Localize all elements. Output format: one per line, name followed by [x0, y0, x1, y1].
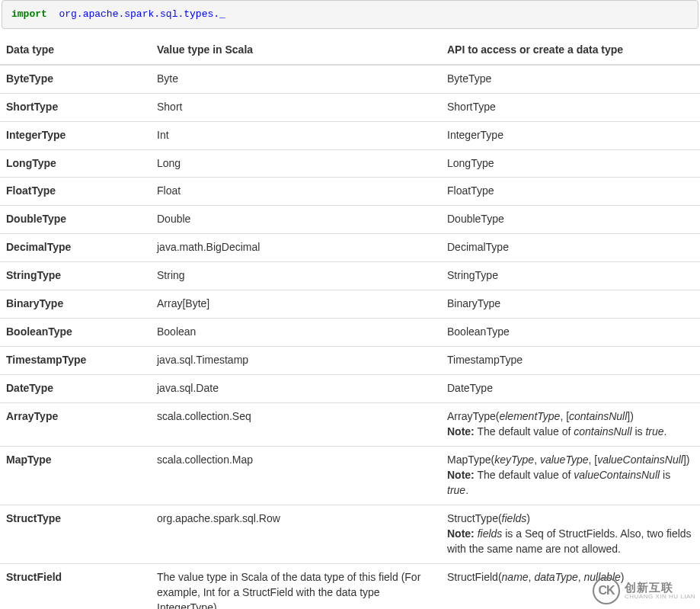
- table-header-data-type: Data type: [0, 37, 151, 65]
- cell-api: DecimalType: [441, 234, 700, 262]
- table-row: LongTypeLongLongType: [0, 149, 700, 178]
- table-row: StructTypeorg.apache.spark.sql.RowStruct…: [0, 505, 700, 564]
- cell-value-type: String: [151, 262, 441, 290]
- cell-api: ShortType: [441, 93, 700, 121]
- cell-api: TimestampType: [441, 347, 700, 375]
- cell-data-type: FloatType: [0, 178, 151, 206]
- cell-value-type: Short: [151, 93, 441, 121]
- cell-data-type: MapType: [0, 447, 151, 505]
- cell-data-type: ShortType: [0, 93, 151, 121]
- watermark: CK 创新互联 CHUANG XIN HU LIAN: [593, 577, 695, 604]
- cell-api: ArrayType(elementType, [containsNull])No…: [441, 403, 700, 447]
- cell-value-type: Array[Byte]: [151, 290, 441, 319]
- cell-api: ByteType: [441, 65, 700, 93]
- cell-data-type: BinaryType: [0, 290, 151, 319]
- cell-data-type: StructField: [0, 564, 151, 609]
- table-row: MapTypescala.collection.MapMapType(keyTy…: [0, 447, 700, 505]
- table-row: DoubleTypeDoubleDoubleType: [0, 206, 700, 234]
- cell-api: DoubleType: [441, 206, 700, 234]
- cell-data-type: IntegerType: [0, 121, 151, 149]
- cell-api: LongType: [441, 149, 700, 178]
- cell-api: DateType: [441, 375, 700, 403]
- watermark-cn: 创新互联: [625, 582, 695, 593]
- table-row: BooleanTypeBooleanBooleanType: [0, 319, 700, 347]
- cell-data-type: ByteType: [0, 65, 151, 93]
- cell-value-type: org.apache.spark.sql.Row: [151, 505, 441, 564]
- table-header-api: API to access or create a data type: [441, 37, 700, 65]
- cell-value-type: Float: [151, 178, 441, 206]
- table-row: ByteTypeByteByteType: [0, 65, 700, 93]
- table-row: DecimalTypejava.math.BigDecimalDecimalTy…: [0, 234, 700, 262]
- cell-value-type: java.sql.Timestamp: [151, 347, 441, 375]
- cell-api: StructType(fields)Note: fields is a Seq …: [441, 505, 700, 564]
- cell-data-type: TimestampType: [0, 347, 151, 375]
- cell-api: FloatType: [441, 178, 700, 206]
- cell-value-type: scala.collection.Seq: [151, 403, 441, 447]
- cell-value-type: java.sql.Date: [151, 375, 441, 403]
- cell-data-type: ArrayType: [0, 403, 151, 447]
- data-types-table: Data type Value type in Scala API to acc…: [0, 37, 700, 609]
- cell-data-type: StringType: [0, 262, 151, 290]
- watermark-en: CHUANG XIN HU LIAN: [625, 594, 695, 600]
- watermark-logo-icon: CK: [593, 577, 620, 604]
- watermark-text: 创新互联 CHUANG XIN HU LIAN: [625, 582, 695, 600]
- cell-data-type: DateType: [0, 375, 151, 403]
- cell-value-type: Boolean: [151, 319, 441, 347]
- cell-data-type: BooleanType: [0, 319, 151, 347]
- table-row: ArrayTypescala.collection.SeqArrayType(e…: [0, 403, 700, 447]
- table-row: TimestampTypejava.sql.TimestampTimestamp…: [0, 347, 700, 375]
- cell-data-type: DecimalType: [0, 234, 151, 262]
- code-block: import org.apache.spark.sql.types._: [2, 0, 698, 29]
- cell-value-type: Double: [151, 206, 441, 234]
- cell-data-type: LongType: [0, 149, 151, 178]
- cell-value-type: Byte: [151, 65, 441, 93]
- cell-api: StringType: [441, 262, 700, 290]
- cell-value-type: The value type in Scala of the data type…: [151, 564, 441, 609]
- code-keyword-import: import: [11, 8, 47, 20]
- cell-api: IntegerType: [441, 121, 700, 149]
- table-row: DateTypejava.sql.DateDateType: [0, 375, 700, 403]
- cell-api: BooleanType: [441, 319, 700, 347]
- cell-value-type: java.math.BigDecimal: [151, 234, 441, 262]
- cell-data-type: StructType: [0, 505, 151, 564]
- cell-value-type: scala.collection.Map: [151, 447, 441, 505]
- cell-api: BinaryType: [441, 290, 700, 319]
- table-header-value-type: Value type in Scala: [151, 37, 441, 65]
- table-row: ShortTypeShortShortType: [0, 93, 700, 121]
- cell-api: MapType(keyType, valueType, [valueContai…: [441, 447, 700, 505]
- cell-value-type: Long: [151, 149, 441, 178]
- table-row: FloatTypeFloatFloatType: [0, 178, 700, 206]
- table-row: IntegerTypeIntIntegerType: [0, 121, 700, 149]
- table-row: BinaryTypeArray[Byte]BinaryType: [0, 290, 700, 319]
- cell-value-type: Int: [151, 121, 441, 149]
- cell-data-type: DoubleType: [0, 206, 151, 234]
- table-row: StringTypeStringStringType: [0, 262, 700, 290]
- code-package: org.apache.spark.sql.types._: [59, 8, 225, 20]
